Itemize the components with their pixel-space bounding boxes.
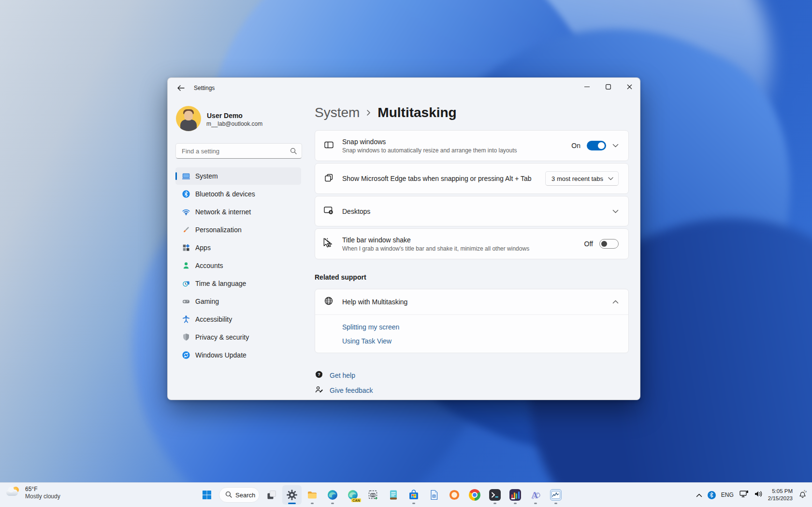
apps-icon xyxy=(182,243,190,252)
system-icon xyxy=(182,172,190,180)
get-help-row[interactable]: ? Get help xyxy=(315,370,355,381)
give-feedback-row[interactable]: Give feedback xyxy=(315,385,373,396)
taskbar-clock[interactable]: 5:05 PM 2/15/2023 xyxy=(768,488,793,502)
taskbar-app-file-explorer[interactable] xyxy=(303,485,322,505)
chevron-down-icon[interactable] xyxy=(612,144,619,148)
taskbar-app-edge[interactable] xyxy=(323,485,342,505)
minimize-button[interactable] xyxy=(576,78,597,95)
sidebar-item-accounts[interactable]: Accounts xyxy=(175,257,301,274)
edge-tabs-icon xyxy=(324,173,334,185)
taskbar-search-label: Search xyxy=(235,492,255,499)
close-button[interactable] xyxy=(619,78,640,95)
back-button[interactable] xyxy=(174,82,188,94)
chrome-icon xyxy=(468,489,481,501)
media-player-icon xyxy=(509,489,522,501)
microsoft-store-icon xyxy=(407,489,420,501)
taskbar-app-settings[interactable] xyxy=(282,485,302,505)
taskbar-app-edge-canary[interactable]: CAN xyxy=(343,485,362,505)
edge-canary-badge: CAN xyxy=(351,498,361,502)
notification-bell-icon[interactable]: zz xyxy=(798,490,807,500)
weather-widget[interactable]: 65°F Mostly cloudy xyxy=(6,486,60,500)
sidebar-item-label: Accounts xyxy=(195,262,223,269)
get-help-link[interactable]: Get help xyxy=(330,372,355,379)
sidebar-item-network-internet[interactable]: Network & internet xyxy=(175,203,301,221)
desktops-card[interactable]: Desktops xyxy=(315,196,629,226)
taskbar-app-fonts[interactable]: A xyxy=(526,485,545,505)
search-icon xyxy=(290,148,297,154)
taskbar-app-opera[interactable] xyxy=(445,485,464,505)
give-feedback-icon xyxy=(315,385,323,396)
avatar[interactable] xyxy=(176,106,201,131)
help-link-using-task-view[interactable]: Using Task View xyxy=(342,337,392,345)
taskbar-center: Search CAN xyxy=(197,485,566,505)
taskbar-app-snipping-tool[interactable] xyxy=(363,485,383,505)
sidebar-item-windows-update[interactable]: Windows Update xyxy=(175,346,301,364)
taskbar-search[interactable]: Search xyxy=(219,487,260,503)
give-feedback-link[interactable]: Give feedback xyxy=(330,387,373,394)
edge-tabs-dropdown[interactable]: 3 most recent tabs xyxy=(545,171,619,186)
taskbar-app-microsoft-store[interactable] xyxy=(404,485,423,505)
help-link-splitting-my-screen[interactable]: Splitting my screen xyxy=(342,323,399,331)
title-bar-shake-toggle[interactable] xyxy=(599,239,619,249)
language-indicator[interactable]: ENG xyxy=(721,492,734,498)
title-bar-shake-description: When I grab a window's title bar and sha… xyxy=(342,245,580,252)
hidden-icons-chevron-icon[interactable] xyxy=(696,491,702,499)
search-input[interactable] xyxy=(176,148,290,155)
sidebar-nav: System Bluetooth & devices Network & int… xyxy=(175,167,301,364)
title-bar-shake-card: Title bar window shake When I grab a win… xyxy=(315,228,629,259)
sidebar-item-label: Apps xyxy=(195,244,211,252)
maximize-button[interactable] xyxy=(597,78,619,95)
start-button[interactable] xyxy=(197,485,217,505)
taskbar-app-task-manager[interactable] xyxy=(546,485,566,505)
sidebar-item-label: Bluetooth & devices xyxy=(195,190,255,198)
sidebar-item-apps[interactable]: Apps xyxy=(175,239,301,256)
taskbar-app-terminal[interactable] xyxy=(485,485,505,505)
active-accent-bar xyxy=(175,172,177,180)
help-card-title-row[interactable]: Help with Multitasking xyxy=(315,289,628,314)
get-help-icon: ? xyxy=(315,370,323,381)
task-view-button[interactable] xyxy=(262,485,281,505)
volume-tray-icon[interactable] xyxy=(754,490,763,500)
sidebar-item-personalization[interactable]: Personalization xyxy=(175,221,301,239)
breadcrumb: System Multitasking xyxy=(315,105,457,120)
sidebar-item-time-language[interactable]: Time & language xyxy=(175,275,301,292)
sidebar-item-privacy-security[interactable]: Privacy & security xyxy=(175,328,301,346)
sidebar-item-label: Time & language xyxy=(195,280,246,287)
terminal-icon xyxy=(489,489,501,501)
network-tray-icon[interactable] xyxy=(739,490,749,500)
taskbar-app-media-player[interactable] xyxy=(506,485,525,505)
chevron-down-icon[interactable] xyxy=(612,209,619,213)
network-wifi-icon xyxy=(182,208,190,216)
taskbar-app-document[interactable] xyxy=(424,485,444,505)
sidebar-item-label: Network & internet xyxy=(195,208,251,216)
sidebar-item-bluetooth-devices[interactable]: Bluetooth & devices xyxy=(175,185,301,203)
edge-tabs-card: Show Microsoft Edge tabs when snapping o… xyxy=(315,163,629,194)
window-title: Settings xyxy=(194,85,215,91)
sidebar-item-accessibility[interactable]: Accessibility xyxy=(175,311,301,328)
sidebar-item-label: Personalization xyxy=(195,226,242,234)
snap-windows-card[interactable]: Snap windows Snap windows to automatical… xyxy=(315,130,629,161)
bluetooth-tray-icon[interactable] xyxy=(708,491,716,499)
bluetooth-icon xyxy=(182,190,190,198)
svg-text:z: z xyxy=(805,490,807,493)
titlebar[interactable]: Settings xyxy=(168,78,640,97)
mouse-cursor xyxy=(323,238,332,250)
breadcrumb-parent[interactable]: System xyxy=(315,105,360,120)
snap-windows-description: Snap windows to automatically resize and… xyxy=(342,147,566,154)
snipping-tool-icon xyxy=(367,489,379,501)
help-card-title: Help with Multitasking xyxy=(342,298,612,306)
taskbar-app-chrome[interactable] xyxy=(465,485,484,505)
sidebar-item-system[interactable]: System xyxy=(175,167,301,185)
taskbar-app-notepad[interactable] xyxy=(384,485,403,505)
opera-icon xyxy=(448,489,461,501)
title-bar-shake-title: Title bar window shake xyxy=(342,236,580,244)
snap-windows-toggle[interactable] xyxy=(587,141,606,150)
edge-canary-icon: CAN xyxy=(347,489,359,501)
svg-text:?: ? xyxy=(318,372,320,377)
maximize-icon xyxy=(606,84,611,89)
settings-search-box[interactable] xyxy=(175,143,302,159)
privacy-shield-icon xyxy=(182,333,190,342)
sidebar-item-gaming[interactable]: Gaming xyxy=(175,293,301,310)
breadcrumb-chevron-icon xyxy=(366,109,371,116)
chevron-up-icon[interactable] xyxy=(612,300,619,304)
